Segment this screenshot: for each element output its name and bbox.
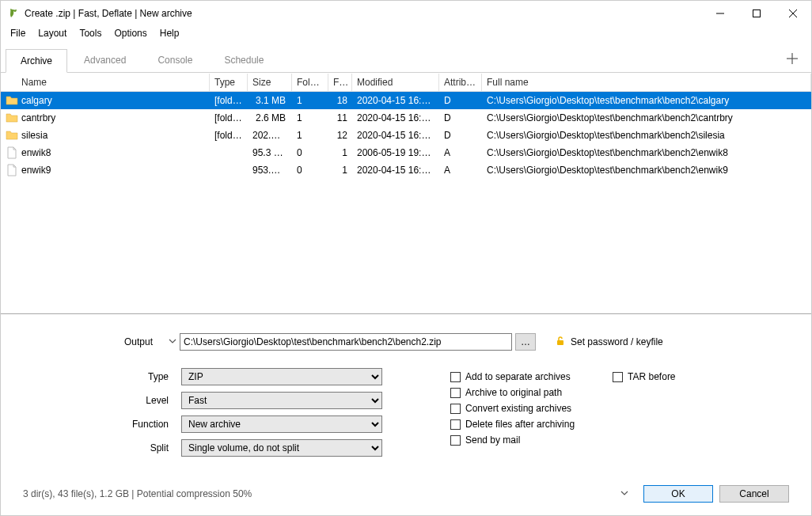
output-path-input[interactable] — [180, 333, 512, 351]
folder-icon — [6, 94, 18, 107]
bottom-bar: 3 dir(s), 43 file(s), 1.2 GB | Potential… — [15, 480, 797, 507]
cancel-button[interactable]: Cancel — [719, 485, 789, 503]
tab-advanced[interactable]: Advanced — [69, 48, 141, 72]
level-label: Level — [15, 395, 181, 406]
menu-options[interactable]: Options — [108, 26, 153, 40]
file-table: Name Type Size Folders Files Modified At… — [1, 73, 811, 314]
tab-archive[interactable]: Archive — [6, 49, 67, 73]
menu-help[interactable]: Help — [154, 26, 186, 40]
maximize-button[interactable] — [738, 1, 775, 25]
tabstrip: ArchiveAdvancedConsoleSchedule — [1, 41, 811, 73]
set-password-label: Set password / keyfile — [571, 336, 663, 347]
col-attr[interactable]: Attributes — [439, 74, 482, 91]
split-label: Split — [15, 442, 181, 453]
check-tar[interactable]: TAR before — [613, 371, 675, 382]
menu-tools[interactable]: Tools — [73, 26, 108, 40]
split-select[interactable]: Single volume, do not split — [181, 439, 382, 457]
set-password-link[interactable]: Set password / keyfile — [555, 336, 663, 349]
check-archive-orig[interactable]: Archive to original path — [450, 387, 575, 398]
status-text: 3 dir(s), 43 file(s), 1.2 GB | Potential… — [23, 488, 252, 499]
titlebar: Create .zip | Fast, Deflate | New archiv… — [1, 1, 811, 25]
col-type[interactable]: Type — [210, 74, 248, 91]
folder-icon — [6, 129, 18, 142]
file-icon — [6, 164, 18, 176]
check-delete[interactable]: Delete files after archiving — [450, 419, 575, 430]
col-files[interactable]: Files — [328, 74, 352, 91]
close-button[interactable] — [775, 1, 811, 25]
level-select[interactable]: Fast — [181, 392, 382, 409]
tab-console[interactable]: Console — [142, 48, 207, 72]
ok-button[interactable]: OK — [643, 485, 713, 503]
folder-icon — [6, 112, 18, 124]
table-row[interactable]: enwik895.3 MB012006-05-19 19:51:12AC:\Us… — [1, 144, 811, 161]
col-full[interactable]: Full name — [482, 74, 811, 91]
menu-file[interactable]: File — [4, 26, 32, 40]
table-body: calgary[folder]3.1 MB1182020-04-15 16:52… — [1, 92, 811, 313]
ok-dropdown-icon[interactable] — [617, 488, 632, 499]
window-title: Create .zip | Fast, Deflate | New archiv… — [25, 8, 702, 19]
table-header: Name Type Size Folders Files Modified At… — [1, 73, 811, 92]
menubar: FileLayoutToolsOptionsHelp — [1, 25, 811, 41]
table-row[interactable]: enwik9953.6 MB012020-04-15 16:52:22AC:\U… — [1, 161, 811, 179]
check-mail[interactable]: Send by mail — [450, 434, 575, 446]
output-expand-icon[interactable] — [165, 336, 180, 347]
col-modified[interactable]: Modified — [352, 74, 439, 91]
browse-button[interactable]: … — [515, 333, 536, 351]
check-add-separate[interactable]: Add to separate archives — [450, 371, 575, 382]
lock-icon — [555, 336, 566, 349]
function-select[interactable]: New archive — [181, 415, 382, 433]
type-select[interactable]: ZIP — [181, 368, 382, 385]
app-icon — [7, 7, 20, 20]
col-name[interactable]: Name — [1, 74, 210, 91]
table-row[interactable]: calgary[folder]3.1 MB1182020-04-15 16:52… — [1, 92, 811, 109]
menu-layout[interactable]: Layout — [32, 26, 73, 40]
tab-schedule[interactable]: Schedule — [209, 48, 279, 72]
add-tab-button[interactable] — [778, 47, 806, 72]
options-form: Output … Set password / keyfile Type ZIP… — [1, 314, 811, 515]
type-label: Type — [15, 371, 181, 382]
table-row[interactable]: cantrbry[folder]2.6 MB1112020-04-15 16:5… — [1, 109, 811, 127]
file-icon — [6, 146, 18, 159]
col-size[interactable]: Size — [248, 74, 292, 91]
function-label: Function — [15, 419, 181, 430]
minimize-button[interactable] — [702, 1, 738, 25]
svg-rect-1 — [753, 9, 761, 17]
output-label: Output — [15, 336, 165, 347]
check-convert[interactable]: Convert existing archives — [450, 403, 575, 414]
svg-rect-6 — [557, 340, 563, 345]
col-folders[interactable]: Folders — [292, 74, 328, 91]
table-row[interactable]: silesia[folder]202.1 MB1122020-04-15 16:… — [1, 127, 811, 144]
